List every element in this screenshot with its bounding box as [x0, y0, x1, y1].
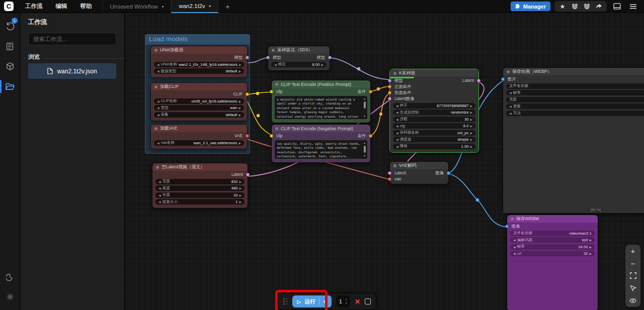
- widget-quality[interactable]: ◀质量: [506, 104, 644, 109]
- scroll-thumb[interactable]: [364, 146, 366, 153]
- star-icon[interactable]: ★: [556, 1, 569, 12]
- arrow-right-icon[interactable]: ▶: [470, 104, 472, 108]
- node-ksampler[interactable]: K采样器 模型Latent 正面条件 负面条件 Latent图像 ◀种子6772…: [389, 69, 479, 153]
- run-options-chevron-icon[interactable]: ∨: [323, 299, 327, 304]
- output-slot-latent[interactable]: [477, 79, 480, 82]
- widget-lossless[interactable]: 无损: [506, 97, 644, 102]
- arrow-right-icon[interactable]: ▶: [321, 63, 324, 66]
- positive-prompt-textarea[interactable]: a majestic old white-robed wizard castin…: [275, 96, 367, 119]
- widget-codec[interactable]: ◀编解码器vp9▶: [510, 237, 595, 243]
- arrow-left-icon[interactable]: ◀: [157, 69, 159, 73]
- browse-section-header[interactable]: 浏览: [28, 53, 124, 61]
- output-slot-image[interactable]: [447, 171, 450, 175]
- widget-sampler-name[interactable]: ◀采样器名称uni_pc▶: [393, 130, 475, 136]
- collapse-dot[interactable]: [275, 127, 278, 130]
- widget-weight-dtype[interactable]: ◀数据类型default▶: [154, 68, 244, 74]
- arrow-left-icon[interactable]: ◀: [157, 99, 159, 103]
- collapse-dot[interactable]: [507, 70, 510, 73]
- widget-crf[interactable]: ◀crf32▶: [510, 251, 595, 256]
- node-save-animated-webp[interactable]: 保存动画（WEBP） 图片 文件名前缀 ◀帧率 无损 ◀质量 ◀方法 [BETA…: [503, 67, 644, 214]
- arrow-left-icon[interactable]: ◀: [274, 63, 277, 66]
- cancel-run-button[interactable]: ✕: [355, 298, 360, 305]
- share-icon[interactable]: [593, 1, 605, 12]
- arrow-left-icon[interactable]: ◀: [396, 131, 398, 135]
- input-slot-negative[interactable]: [388, 91, 391, 94]
- widget-control-after-generate[interactable]: ◀生成后控制randomize▶: [393, 110, 475, 115]
- input-slot-vae[interactable]: [388, 177, 391, 181]
- sidebar-item-model-library[interactable]: [0, 56, 20, 76]
- widget-denoise[interactable]: ◀降噪1.00▶: [393, 144, 475, 149]
- sidebar-item-workflows[interactable]: [0, 76, 20, 96]
- collapse-dot[interactable]: [154, 127, 157, 130]
- tab-wan21t2v[interactable]: wan2.1t2v●: [171, 0, 218, 13]
- arrow-right-icon[interactable]: ▶: [470, 145, 472, 148]
- arrow-left-icon[interactable]: ◀: [157, 141, 159, 145]
- arrow-right-icon[interactable]: ▶: [589, 238, 592, 242]
- widget-batch-size[interactable]: ◀批量大小1▶: [155, 199, 245, 204]
- collapse-dot[interactable]: [154, 49, 157, 52]
- bottom-panel-toggle-icon[interactable]: [611, 3, 623, 10]
- widget-steps[interactable]: ◀步数30▶: [393, 117, 475, 122]
- menu-workflow[interactable]: 工作流: [19, 3, 49, 10]
- node-empty-latent-video[interactable]: 空Latent视频（混元） Latent ◀宽度832▶ ◀高度480▶ ◀长度…: [152, 163, 248, 209]
- comfyui-logo[interactable]: C: [4, 2, 14, 11]
- widget-width[interactable]: ◀宽度832▶: [155, 179, 245, 184]
- widget-unet-name[interactable]: ◀UNet名称wan2.1_t2v_14B_fp16.safetensors▶: [154, 62, 244, 67]
- node-vae-decode[interactable]: VAE解码 Latent图像 vae: [389, 161, 449, 184]
- node-save-webm[interactable]: 保存WEBM 图像 文件名前缀video/wan2.1 ◀编解码器vp9▶ ◀帧…: [507, 215, 598, 310]
- magnet-icon-1[interactable]: [569, 1, 581, 12]
- output-slot-clip[interactable]: [246, 92, 249, 96]
- scroll-down-icon[interactable]: ▼: [364, 115, 365, 118]
- fit-view-button[interactable]: [625, 270, 640, 282]
- arrow-left-icon[interactable]: ◀: [158, 193, 161, 197]
- toggle-visibility-button[interactable]: [625, 295, 640, 307]
- arrow-left-icon[interactable]: ◀: [509, 91, 512, 94]
- scroll-up-icon[interactable]: ▲: [364, 141, 365, 145]
- arrow-left-icon[interactable]: ◀: [513, 252, 516, 255]
- widget-vae-name[interactable]: ◀vae名称wan_2.1_vae.safetensors▶: [154, 140, 244, 146]
- arrow-left-icon[interactable]: ◀: [396, 145, 398, 148]
- input-slot-latent-image[interactable]: [388, 97, 391, 100]
- textarea-scrollbar[interactable]: ▲▼: [363, 141, 366, 158]
- arrow-left-icon[interactable]: ◀: [396, 104, 398, 108]
- arrow-right-icon[interactable]: ▶: [239, 186, 242, 190]
- workflow-file-item[interactable]: wan2.1t2v.json: [28, 63, 116, 79]
- arrow-right-icon[interactable]: ▶: [589, 252, 592, 255]
- arrow-left-icon[interactable]: ◀: [157, 106, 159, 110]
- new-tab-button[interactable]: +: [218, 2, 237, 11]
- widget-filename-prefix[interactable]: 文件名前缀video/wan2.1: [510, 231, 595, 236]
- settings-gear-icon[interactable]: [0, 287, 20, 307]
- input-slot-images[interactable]: [505, 225, 509, 228]
- zoom-out-button[interactable]: −: [625, 257, 640, 269]
- input-slot-model[interactable]: [266, 56, 270, 59]
- input-slot-images[interactable]: [501, 77, 505, 81]
- widget-scheduler[interactable]: ◀调度器simple▶: [393, 137, 475, 142]
- collapse-dot[interactable]: [511, 218, 514, 221]
- output-slot-latent[interactable]: [246, 173, 250, 176]
- output-slot-conditioning[interactable]: [369, 90, 372, 93]
- clear-queue-button[interactable]: [365, 298, 371, 304]
- widget-clip-name[interactable]: ◀CLIP名称umt5_xxl_fp16.safetensors▶: [154, 98, 244, 104]
- drag-handle[interactable]: [283, 298, 288, 305]
- collapse-dot[interactable]: [156, 166, 159, 169]
- input-slot-model[interactable]: [388, 79, 391, 82]
- run-button[interactable]: ▷ 运行 ∨: [292, 295, 332, 307]
- widget-seed[interactable]: ◀种子677209768985887▶: [393, 103, 475, 109]
- scroll-down-icon[interactable]: ▼: [364, 154, 365, 158]
- widget-clip-device[interactable]: ◀设备default▶: [154, 112, 244, 118]
- batch-count-stepper[interactable]: 1 ∧∨: [336, 295, 350, 307]
- arrow-right-icon[interactable]: ▶: [470, 124, 472, 128]
- output-slot-model[interactable]: [246, 56, 249, 59]
- output-slot-conditioning[interactable]: [369, 134, 372, 138]
- magnet-icon-2[interactable]: [581, 1, 593, 12]
- widget-shift[interactable]: ◀移位8.00▶: [271, 62, 327, 67]
- input-slot-positive[interactable]: [388, 85, 391, 88]
- arrow-right-icon[interactable]: ▶: [589, 245, 592, 249]
- zoom-in-button[interactable]: +: [625, 245, 640, 257]
- widget-clip-type[interactable]: ◀类型wan▶: [154, 105, 244, 111]
- arrow-left-icon[interactable]: ◀: [157, 63, 159, 66]
- arrow-left-icon[interactable]: ◀: [396, 118, 398, 121]
- arrow-left-icon[interactable]: ◀: [509, 112, 512, 115]
- negative-prompt-textarea[interactable]: low quality, blurry, ugly, poorly drawn …: [275, 140, 367, 159]
- widget-fps[interactable]: ◀帧率: [506, 90, 644, 95]
